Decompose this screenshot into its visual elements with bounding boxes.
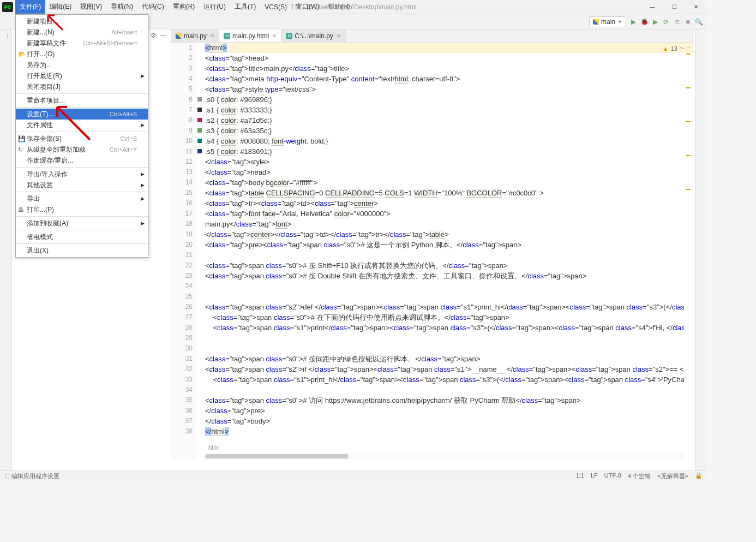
close-button[interactable]: ✕ — [685, 0, 707, 14]
problems-count: 13 — [671, 45, 677, 52]
file-menu-item[interactable]: 关闭项目(J) — [16, 81, 148, 92]
menu-item-2[interactable]: 视图(V) — [76, 0, 106, 14]
file-menu-dropdown: 新建项目...新建...(N)Alt+Insert新建草稿文件Ctrl+Alt+… — [15, 14, 148, 258]
tab-close-icon[interactable]: ✕ — [210, 33, 214, 39]
menu-item-5[interactable]: 重构(R) — [169, 0, 200, 14]
run-config-dropdown[interactable]: main ▼ — [589, 16, 626, 27]
debug-icon[interactable]: 🐞 — [640, 18, 648, 26]
file-menu-item[interactable]: 导出▶ — [16, 193, 148, 204]
file-menu-item[interactable]: 省电模式 — [16, 231, 148, 242]
app-icon: PC — [2, 2, 13, 12]
stop-icon[interactable]: ■ — [684, 18, 692, 26]
file-menu-item[interactable]: 新建项目... — [16, 16, 148, 27]
py-icon — [176, 33, 182, 39]
window-title: 111 - C:\Users\admin\Desktop\main.py.htm… — [290, 3, 416, 11]
problems-badge[interactable]: ▲ 13 ヘ ﹀ — [663, 45, 692, 52]
caret-position[interactable]: 1:1 — [576, 472, 584, 480]
chevron-down-icon: ▼ — [617, 19, 622, 25]
left-tool-strip: ... — [0, 29, 12, 477]
chevron-up-icon: ヘ — [680, 45, 685, 52]
h-scrollbar[interactable] — [205, 453, 684, 460]
search-icon[interactable]: 🔍 — [695, 18, 703, 26]
editor-tabs: main.py✕Hmain.py.html✕HC:\...\main.py✕ — [171, 29, 694, 43]
marks-strip — [686, 53, 691, 223]
file-menu-item[interactable]: 🖶打印...(P) — [16, 204, 148, 215]
file-menu-item[interactable]: 新建...(N)Alt+Insert — [16, 27, 148, 38]
file-menu-item[interactable]: 💾保存全部(S)Ctrl+S — [16, 133, 148, 144]
file-menu-item[interactable]: 重命名项目... — [16, 95, 148, 106]
file-menu-item[interactable]: ↻从磁盘全部重新加载Ctrl+Alt+Y — [16, 144, 148, 155]
menu-item-8[interactable]: VCS(S) — [260, 0, 291, 14]
profile-icon[interactable]: ⟳ — [662, 18, 670, 26]
menu-item-3[interactable]: 导航(N) — [106, 0, 137, 14]
line-sep[interactable]: LF — [591, 472, 598, 480]
run-config-label: main — [601, 18, 615, 26]
file-menu-item[interactable]: 其他设置▶ — [16, 180, 148, 190]
tab-close-icon[interactable]: ✕ — [272, 33, 277, 39]
menu-item-0[interactable]: 文件(F) — [15, 0, 45, 14]
menu-item-1[interactable]: 编辑(E) — [45, 0, 76, 14]
file-menu-item[interactable]: 添加到收藏(A)▶ — [16, 218, 148, 229]
editor-tab[interactable]: Hmain.py.html✕ — [219, 29, 281, 42]
gear-icon[interactable]: ⚙ — [149, 32, 157, 39]
file-menu-item[interactable]: 设置(T)...Ctrl+Alt+S — [16, 109, 148, 120]
coverage-icon[interactable]: ▶ — [651, 18, 659, 26]
project-tool-tab[interactable]: ... — [2, 34, 9, 39]
menu-item-4[interactable]: 代码(C) — [137, 0, 169, 14]
editor: 1234567891011121314151617181920212223242… — [171, 43, 694, 460]
tab-close-icon[interactable]: ✕ — [337, 33, 341, 39]
status-bar: ☐ 编辑应用程序设置 1:1 LF UTF-8 4 个空格 <无解释器> 🔒 — [0, 470, 707, 481]
python-icon — [593, 19, 599, 25]
file-menu-item[interactable]: 新建草稿文件Ctrl+Alt+Shift+Insert — [16, 38, 148, 49]
file-menu-item[interactable]: 另存为... — [16, 59, 148, 70]
html-icon: H — [224, 33, 230, 39]
file-menu-item[interactable]: 导出/导入操作▶ — [16, 169, 148, 180]
editor-tab[interactable]: HC:\...\main.py✕ — [281, 29, 346, 42]
minimize-button[interactable]: — — [641, 0, 663, 14]
warning-icon: ▲ — [663, 45, 669, 52]
titlebar: PC 文件(F)编辑(E)视图(V)导航(N)代码(C)重构(R)运行(U)工具… — [0, 0, 707, 14]
menu-item-7[interactable]: 工具(T) — [230, 0, 260, 14]
html-icon: H — [286, 33, 292, 39]
right-tool-strip — [695, 29, 707, 470]
file-menu-item[interactable]: 文件属性▶ — [16, 120, 148, 130]
file-menu-item[interactable]: 作废缓存/重启... — [16, 155, 148, 166]
chevron-down-icon: ﹀ — [687, 45, 692, 52]
interpreter[interactable]: <无解释器> — [657, 472, 688, 480]
indent[interactable]: 4 个空格 — [628, 472, 651, 480]
file-menu-item[interactable]: 打开最近(R)▶ — [16, 70, 148, 81]
breadcrumb[interactable]: html — [205, 443, 223, 452]
more-run-icon[interactable]: ≡ — [673, 18, 681, 26]
menu-item-6[interactable]: 运行(U) — [199, 0, 230, 14]
code-area[interactable]: <html><class="tag">head><class="tag">tit… — [205, 43, 684, 460]
gutter: 1234567891011121314151617181920212223242… — [171, 43, 196, 460]
file-menu-item[interactable]: 📂打开...(O) — [16, 49, 148, 59]
editor-tab[interactable]: main.py✕ — [171, 29, 219, 42]
run-icon[interactable]: ▶ — [629, 18, 637, 26]
status-hint: ☐ 编辑应用程序设置 — [4, 472, 59, 480]
collapse-icon[interactable]: — — [159, 32, 167, 39]
lock-icon[interactable]: 🔒 — [695, 472, 703, 480]
file-menu-item[interactable]: 退出(X) — [16, 245, 148, 256]
encoding[interactable]: UTF-8 — [604, 472, 621, 480]
maximize-button[interactable]: ☐ — [663, 0, 685, 14]
